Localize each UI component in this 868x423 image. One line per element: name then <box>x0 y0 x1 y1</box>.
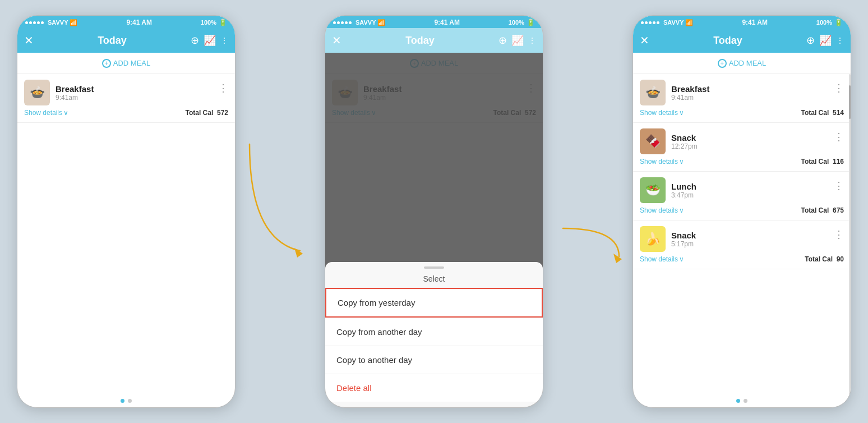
scrollbar-right <box>849 74 851 394</box>
meal-dots-right-1[interactable]: ⋮ <box>834 128 844 143</box>
meal-item-right-3: 🍌 Snack 5:17pm ⋮ Show details ∨ <box>633 220 851 269</box>
meal-dots-left-0[interactable]: ⋮ <box>218 80 228 94</box>
show-details-right-1[interactable]: Show details ∨ <box>640 158 684 165</box>
add-meal-button-right[interactable]: + ADD MEAL <box>718 59 766 68</box>
meal-emoji-right-1: 🍫 <box>645 134 661 149</box>
nav-icons-left: ⊕ 📈 ⋮ <box>191 34 228 47</box>
signal-dot-2 <box>29 21 32 24</box>
total-cal-label-right-2: Total Cal <box>801 206 829 214</box>
chevron-down-icon-right-0: ∨ <box>679 109 684 117</box>
add-icon-left[interactable]: ⊕ <box>191 34 199 47</box>
nav-icons-right: ⊕ 📈 ⋮ <box>806 34 844 47</box>
phone-right: SAVVY 📶 9:41 AM 100% 🔋 ✕ Today ⊕ 📈 ⋮ <box>632 15 851 408</box>
add-meal-button-left[interactable]: + ADD MEAL <box>102 59 150 68</box>
meal-dots-right-0[interactable]: ⋮ <box>834 80 844 94</box>
battery-pct-left: 100% <box>201 19 216 26</box>
chart-icon-mid[interactable]: 📈 <box>511 34 524 47</box>
time-left: 9:41 AM <box>126 19 152 26</box>
signal-dot-right-5 <box>657 21 659 24</box>
chart-icon-left[interactable]: 📈 <box>204 34 216 47</box>
add-icon-right[interactable]: ⊕ <box>806 34 815 47</box>
meal-list-right: 🍲 Breakfast 9:41am ⋮ Show details ∨ <box>633 74 851 394</box>
show-details-right-3[interactable]: Show details ∨ <box>640 255 684 263</box>
signal-dot-mid-1 <box>333 21 336 24</box>
sheet-item-2[interactable]: Copy to another day <box>325 346 543 374</box>
meal-footer-right-1: Show details ∨ Total Cal 116 <box>640 158 844 168</box>
close-button-left[interactable]: ✕ <box>24 34 34 47</box>
signal-dot-mid-5 <box>349 21 352 24</box>
meal-info-right-3: Snack 5:17pm <box>671 231 828 248</box>
show-details-right-2[interactable]: Show details ∨ <box>640 206 684 214</box>
arrow-1-svg <box>244 127 317 296</box>
meal-emoji-right-2: 🥗 <box>645 183 661 197</box>
meal-item-right-1: 🍫 Snack 12:27pm ⋮ Show details ∨ <box>633 123 851 172</box>
signal-dot-right-2 <box>645 21 648 24</box>
phone-body-left: + ADD MEAL 🍲 Breakfast 9:41am ⋮ <box>17 53 235 407</box>
total-cal-right-0: Total Cal 514 <box>801 109 844 117</box>
carrier-right: SAVVY <box>663 19 684 26</box>
cal-value-right-3: 90 <box>837 255 844 263</box>
sheet-handle <box>424 266 444 269</box>
arrow-2-svg <box>552 127 625 296</box>
cal-value-right-1: 116 <box>833 158 844 165</box>
meal-footer-right-2: Show details ∨ Total Cal 675 <box>640 206 844 217</box>
close-button-mid[interactable]: ✕ <box>332 34 341 47</box>
nav-bar-left: ✕ Today ⊕ 📈 ⋮ <box>17 28 235 53</box>
phone-left: SAVVY 📶 9:41 AM 100% 🔋 ✕ Today ⊕ 📈 ⋮ <box>17 15 236 408</box>
meal-name-right-3: Snack <box>671 231 828 240</box>
chevron-down-icon-left-0: ∨ <box>63 109 68 117</box>
battery-icon-right: 🔋 <box>834 19 843 26</box>
phone-body-mid: + ADD MEAL 🍲 Breakfast 9:41am ⋮ <box>325 53 543 407</box>
nav-title-right: Today <box>713 35 742 47</box>
meal-time-right-2: 3:47pm <box>671 191 828 199</box>
phone-body-right: + ADD MEAL 🍲 Breakfast 9:41am <box>633 53 851 407</box>
show-details-right-0[interactable]: Show details ∨ <box>640 109 684 117</box>
battery-icon-mid: 🔋 <box>527 19 535 26</box>
meal-time-right-3: 5:17pm <box>671 240 828 248</box>
sheet-item-label-2: Copy to another day <box>336 355 412 365</box>
meal-item-left-0: 🍲 Breakfast 9:41am ⋮ Show details ∨ Tota… <box>17 74 235 123</box>
close-button-right[interactable]: ✕ <box>640 34 649 47</box>
carrier-left: SAVVY <box>48 19 68 26</box>
meal-header-right-1: 🍫 Snack 12:27pm ⋮ <box>640 128 844 154</box>
total-cal-right-3: Total Cal 90 <box>805 255 844 263</box>
sheet-item-1[interactable]: Copy from another day <box>325 318 543 346</box>
more-icon-mid[interactable]: ⋮ <box>528 36 536 45</box>
meal-thumb-right-0: 🍲 <box>640 80 666 105</box>
meal-dots-right-3[interactable]: ⋮ <box>834 226 844 241</box>
wifi-icon-right: 📶 <box>685 19 693 26</box>
status-left-right: SAVVY 📶 <box>641 19 693 26</box>
signal-dot-mid-4 <box>345 21 348 24</box>
signal-dot-mid-2 <box>337 21 340 24</box>
signal-dot-4 <box>37 21 40 24</box>
meal-info-left-0: Breakfast 9:41am <box>56 84 213 102</box>
sheet-item-0[interactable]: Copy from yesterday <box>325 288 543 318</box>
signal-dot-5 <box>41 21 44 24</box>
meal-thumb-right-3: 🍌 <box>640 226 666 252</box>
total-cal-right-2: Total Cal 675 <box>801 206 844 214</box>
signal-dot-1 <box>25 21 28 24</box>
add-meal-bar-left[interactable]: + ADD MEAL <box>17 53 235 74</box>
sheet-item-3[interactable]: Delete all <box>325 374 543 402</box>
show-details-left-0[interactable]: Show details ∨ <box>24 109 68 117</box>
chart-icon-right[interactable]: 📈 <box>819 34 832 47</box>
meal-time-right-1: 12:27pm <box>671 142 828 150</box>
status-bar-left: SAVVY 📶 9:41 AM 100% 🔋 <box>17 16 235 28</box>
meal-dots-right-2[interactable]: ⋮ <box>834 177 844 192</box>
wifi-icon-mid: 📶 <box>377 19 385 26</box>
total-cal-left-0: Total Cal 572 <box>186 109 228 117</box>
time-mid: 9:41 AM <box>434 19 460 26</box>
more-icon-right[interactable]: ⋮ <box>836 36 844 45</box>
total-cal-right-1: Total Cal 116 <box>801 158 844 165</box>
nav-bar-mid: ✕ Today ⊕ 📈 ⋮ <box>325 28 543 53</box>
time-right: 9:41 AM <box>742 19 768 26</box>
meal-info-right-0: Breakfast 9:41am <box>671 84 828 102</box>
add-icon-mid[interactable]: ⊕ <box>498 34 507 47</box>
add-meal-bar-right[interactable]: + ADD MEAL <box>633 53 851 74</box>
cal-value-left-0: 572 <box>217 109 228 117</box>
more-icon-left[interactable]: ⋮ <box>220 36 228 45</box>
meal-emoji-right-3: 🍌 <box>645 232 661 246</box>
meal-footer-right-0: Show details ∨ Total Cal 514 <box>640 109 844 119</box>
meal-time-right-0: 9:41am <box>671 94 828 102</box>
layout: SAVVY 📶 9:41 AM 100% 🔋 ✕ Today ⊕ 📈 ⋮ <box>0 0 868 423</box>
